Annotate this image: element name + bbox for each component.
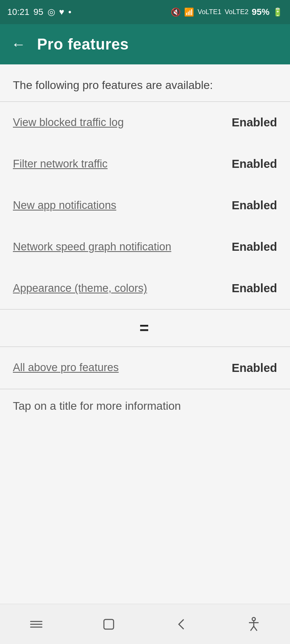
status-bar: 10:21 95 ◎ ♥ • 🔇 📶 VoLTE1 VoLTE2 95% 🔋 (0, 0, 290, 24)
battery-display: 95% (252, 7, 269, 17)
feature-row-all-above: All above pro features Enabled (0, 347, 290, 388)
feature-row-network-speed: Network speed graph notification Enabled (0, 226, 290, 268)
feature-label-new-app-notifications[interactable]: New app notifications (13, 198, 213, 213)
feature-label-filter-network[interactable]: Filter network traffic (13, 157, 213, 171)
recent-apps-icon (27, 615, 45, 633)
feature-status-network-speed: Enabled (213, 240, 277, 254)
home-icon (100, 615, 118, 633)
status-left: 10:21 95 ◎ ♥ • (7, 7, 71, 17)
svg-rect-3 (104, 619, 114, 629)
back-button[interactable]: ← (11, 36, 26, 53)
feature-label-view-blocked[interactable]: View blocked traffic log (13, 116, 213, 130)
mute-icon: 🔇 (171, 7, 181, 17)
accessibility-icon (245, 615, 263, 633)
battery-charging-icon: 🔋 (273, 7, 283, 17)
dot-icon: • (68, 7, 72, 17)
recent-apps-button[interactable] (20, 612, 52, 636)
time-display: 10:21 (7, 7, 29, 17)
back-nav-button[interactable] (165, 612, 197, 636)
intro-text: The following pro features are available… (0, 64, 290, 101)
svg-line-7 (251, 626, 254, 631)
page-title: Pro features (37, 36, 129, 53)
bottom-spacer (0, 425, 290, 466)
feature-status-filter-network: Enabled (213, 157, 277, 171)
wifi-icon: 📶 (184, 7, 194, 17)
battery-level: 95 (33, 7, 43, 17)
status-right: 🔇 📶 VoLTE1 VoLTE2 95% 🔋 (171, 7, 283, 17)
feature-label-all-above[interactable]: All above pro features (13, 361, 213, 375)
home-button[interactable] (93, 612, 125, 636)
signal-lte1-icon: VoLTE1 (197, 8, 221, 16)
feature-status-new-app-notifications: Enabled (213, 199, 277, 212)
content-area: The following pro features are available… (0, 64, 290, 644)
app-bar: ← Pro features (0, 24, 290, 64)
svg-line-8 (254, 626, 257, 631)
feature-status-view-blocked: Enabled (213, 116, 277, 129)
back-nav-icon (172, 615, 190, 633)
location-icon: ◎ (48, 7, 55, 17)
feature-label-network-speed[interactable]: Network speed graph notification (13, 240, 213, 254)
equals-section: = (0, 310, 290, 347)
feature-label-appearance[interactable]: Appearance (theme, colors) (13, 281, 213, 295)
footer-hint: Tap on a title for more information (0, 389, 290, 425)
feature-row-view-blocked: View blocked traffic log Enabled (0, 102, 290, 143)
feature-row-filter-network: Filter network traffic Enabled (0, 143, 290, 185)
feature-row-appearance: Appearance (theme, colors) Enabled (0, 268, 290, 309)
feature-status-appearance: Enabled (213, 282, 277, 295)
nav-bar (0, 604, 290, 644)
feature-status-all-above: Enabled (213, 361, 277, 375)
feature-row-new-app-notifications: New app notifications Enabled (0, 185, 290, 226)
equals-icon: = (139, 324, 150, 332)
accessibility-button[interactable] (238, 612, 270, 636)
heart-icon: ♥ (59, 7, 64, 17)
svg-point-4 (252, 617, 255, 621)
signal-lte2-icon: VoLTE2 (225, 8, 249, 16)
